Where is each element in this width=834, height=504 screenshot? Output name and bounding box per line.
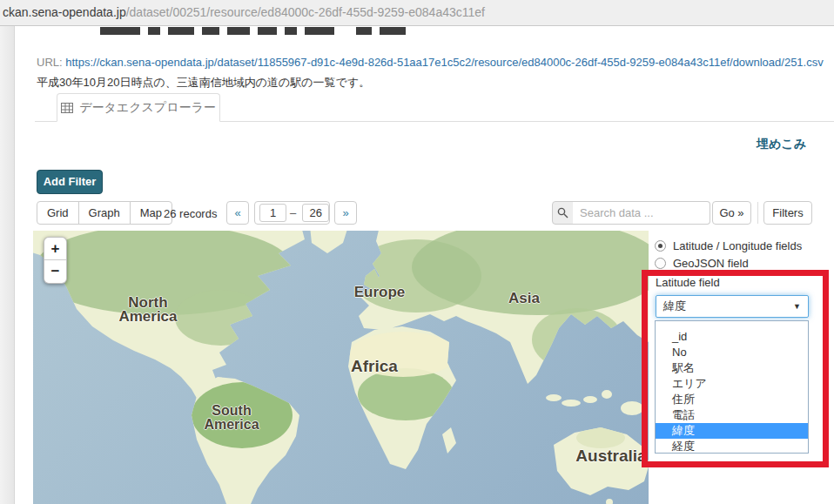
dropdown-option-ido-selected[interactable]: 緯度: [656, 423, 808, 439]
latitude-field-select[interactable]: 緯度 ▼: [656, 295, 809, 318]
tab-label: データエクスプローラー: [79, 100, 216, 116]
latlon-radio-label: Latitude / Longitude fields: [673, 239, 802, 252]
dropdown-option-id[interactable]: _id: [656, 329, 808, 345]
resource-url-link[interactable]: https://ckan.sena-opendata.jp/dataset/11…: [65, 56, 823, 69]
resource-url-line: URL: https://ckan.sena-opendata.jp/datas…: [37, 56, 824, 69]
geojson-radio-row[interactable]: GeoJSON field: [655, 257, 749, 270]
map-label-australia: Australia: [575, 447, 648, 466]
tab-data-explorer[interactable]: データエクスプローラー: [57, 93, 220, 122]
resource-description: 平成30年10月20日時点の、三遠南信地域内の道の駅の一覧です。: [37, 75, 370, 91]
latitude-field-options: _id No 駅名 エリア 住所 電話 緯度 経度: [655, 320, 809, 454]
view-switcher: Grid Graph Map: [37, 201, 172, 225]
dropdown-option-ekimei[interactable]: 駅名: [656, 360, 808, 376]
search-icon: [557, 207, 568, 218]
map-label-asia: Asia: [503, 290, 545, 307]
pagination-range: –: [254, 201, 330, 225]
view-grid-button[interactable]: Grid: [37, 201, 79, 225]
pagination-separator: –: [290, 206, 296, 219]
toolbar-divider: [757, 202, 758, 224]
select-value: 緯度: [663, 299, 793, 314]
browser-address-bar[interactable]: ckan.sena-opendata.jp/dataset/00251/reso…: [0, 0, 834, 26]
url-path: /dataset/00251/resource/ed84000c-26df-45…: [126, 5, 485, 19]
filters-button[interactable]: Filters: [763, 201, 812, 225]
search-input[interactable]: [573, 201, 710, 225]
dropdown-option-denwa[interactable]: 電話: [656, 407, 808, 423]
pagination-from-input[interactable]: [259, 204, 286, 222]
page-gutter: [0, 26, 15, 504]
zoom-out-button[interactable]: −: [44, 260, 66, 283]
chevron-down-icon: ▼: [793, 302, 801, 311]
map-label-africa: Africa: [346, 357, 402, 376]
geojson-radio[interactable]: [655, 258, 666, 269]
dropdown-option-keido[interactable]: 経度: [656, 439, 808, 454]
add-filter-button[interactable]: Add Filter: [37, 170, 103, 194]
search-go-button[interactable]: Go »: [712, 201, 751, 225]
map-label-europe: Europe: [345, 284, 414, 301]
map-label-south-america: South America: [190, 404, 273, 432]
zoom-in-button[interactable]: +: [44, 238, 66, 260]
url-domain: ckan.sena-opendata.jp: [0, 5, 126, 19]
latlon-radio-row[interactable]: Latitude / Longitude fields: [655, 239, 802, 252]
pagination-prev-button[interactable]: «: [226, 201, 249, 225]
pagination-next-button[interactable]: »: [334, 201, 357, 225]
map-tiles: [33, 231, 649, 504]
map-zoom-control: + −: [44, 237, 67, 284]
latitude-field-label: Latitude field: [656, 276, 720, 289]
world-map[interactable]: [33, 231, 649, 504]
dropdown-option-jusho[interactable]: 住所: [656, 392, 808, 407]
pagination-to-input[interactable]: [302, 204, 329, 222]
embed-link[interactable]: 埋めこみ: [754, 137, 806, 152]
map-label-north-america: North America: [103, 296, 193, 324]
record-count: 26 records: [164, 207, 217, 220]
latlon-radio[interactable]: [655, 240, 666, 252]
page-title-clipped: [100, 27, 406, 35]
dropdown-option-area[interactable]: エリア: [656, 376, 808, 392]
dropdown-option-no[interactable]: No: [656, 345, 808, 360]
view-graph-button[interactable]: Graph: [78, 201, 131, 225]
grid-icon: [61, 103, 73, 113]
url-label: URL:: [37, 56, 63, 69]
geojson-radio-label: GeoJSON field: [673, 257, 749, 270]
search-addon: [552, 201, 574, 225]
